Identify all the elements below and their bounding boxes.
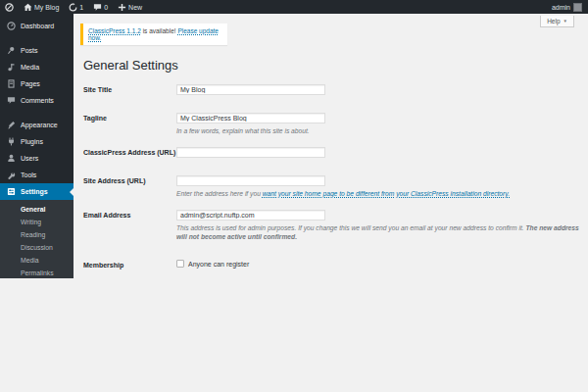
sidebar-label: Comments	[21, 97, 54, 104]
submenu-item-writing[interactable]: Writing	[0, 216, 74, 228]
update-icon	[69, 3, 77, 12]
sidebar-item-dashboard[interactable]: Dashboard	[0, 18, 74, 34]
help-tab[interactable]: Help ▼	[540, 16, 574, 27]
menu-separator	[0, 109, 74, 117]
media-icon	[7, 63, 16, 72]
plugins-icon	[7, 137, 16, 146]
sidebar-item-users[interactable]: Users	[0, 150, 74, 167]
sidebar-label: Media	[21, 64, 39, 71]
submenu-item-reading[interactable]: Reading	[0, 228, 74, 241]
sidebar-label: Users	[21, 155, 38, 162]
account-menu[interactable]: admin	[552, 4, 570, 11]
sidebar-label: Appearance	[21, 122, 58, 128]
chevron-down-icon: ▼	[564, 19, 567, 24]
help-text-part: Enter the address here if you	[176, 190, 263, 197]
site-home-page-link[interactable]: want your site home page to be different…	[263, 190, 510, 197]
classicpress-address-label: ClassicPress Address (URL)	[83, 147, 176, 158]
new-content-menu[interactable]: New	[113, 0, 147, 14]
sidebar-item-appearance[interactable]: Appearance	[0, 117, 74, 133]
site-link[interactable]: My Blog	[19, 0, 64, 14]
plus-icon	[118, 3, 126, 12]
sidebar-item-plugins[interactable]: Plugins	[0, 133, 74, 150]
submenu-item-discussion[interactable]: Discussion	[0, 241, 74, 254]
sidebar-item-media[interactable]: Media	[0, 59, 74, 75]
settings-page: Help ▼ ClassicPress 1.1.2 is available! …	[74, 14, 588, 278]
sidebar-item-tools[interactable]: Tools	[0, 167, 74, 183]
membership-row: Membership Anyone can register	[83, 260, 588, 269]
admin-bar: My Blog 1 0 New admin	[0, 0, 588, 14]
email-address-input[interactable]	[176, 210, 325, 220]
notice-text: is available!	[143, 27, 176, 34]
page-title: General Settings	[83, 58, 588, 73]
classicpress-logo-icon	[5, 3, 14, 12]
help-text-part: This address is used for admin purposes.…	[176, 224, 525, 231]
sidebar-item-settings[interactable]: Settings	[0, 183, 74, 200]
classicpress-address-row: ClassicPress Address (URL)	[83, 147, 588, 158]
sidebar-label: Pages	[21, 80, 40, 87]
site-name: My Blog	[34, 4, 59, 11]
email-address-label: Email Address	[83, 210, 176, 241]
anyone-can-register-label: Anyone can register	[188, 261, 249, 268]
home-icon	[24, 3, 32, 12]
site-address-help-text: Enter the address here if you want your …	[176, 189, 510, 198]
updates-menu[interactable]: 1	[64, 0, 88, 14]
site-title-label: Site Title	[83, 84, 176, 95]
site-address-label: Site Address (URL)	[83, 175, 176, 198]
avatar[interactable]	[573, 3, 582, 12]
sidebar-item-pages[interactable]: Pages	[0, 75, 74, 92]
email-help-text: This address is used for admin purposes.…	[176, 223, 588, 241]
membership-label: Membership	[83, 260, 176, 269]
comments-menu[interactable]: 0	[88, 0, 113, 14]
sidebar-label: Dashboard	[21, 23, 54, 29]
active-item-notch	[66, 188, 74, 196]
email-address-row: Email Address This address is used for a…	[83, 210, 588, 241]
posts-icon	[7, 46, 16, 55]
sidebar-item-comments[interactable]: Comments	[0, 92, 74, 109]
sidebar-label: Posts	[21, 47, 38, 54]
new-label: New	[128, 4, 142, 11]
tools-icon	[7, 171, 16, 179]
sidebar-item-posts[interactable]: Posts	[0, 42, 74, 59]
update-count: 1	[79, 4, 83, 11]
site-address-row: Site Address (URL) Enter the address her…	[83, 175, 588, 198]
appearance-icon	[7, 121, 16, 129]
settings-icon	[7, 187, 16, 196]
comments-icon	[7, 96, 16, 105]
tagline-label: Tagline	[83, 113, 176, 135]
comment-bubble-icon	[93, 3, 102, 12]
admin-sidebar: Dashboard Posts Media Pages Comments	[0, 14, 74, 278]
site-address-input[interactable]	[176, 175, 325, 186]
submenu-item-permalinks[interactable]: Permalinks	[0, 267, 74, 278]
general-settings-form: Site Title Tagline In a few words, expla…	[83, 84, 588, 278]
comment-count: 0	[104, 4, 108, 11]
settings-submenu: General Writing Reading Discussion Media…	[0, 200, 74, 278]
help-label: Help	[547, 18, 560, 24]
classicpress-logo-menu[interactable]	[0, 0, 19, 14]
tagline-help-text: In a few words, explain what this site i…	[176, 126, 325, 135]
classicpress-version-link[interactable]: ClassicPress 1.1.2	[88, 27, 141, 34]
tagline-input[interactable]	[176, 113, 325, 123]
sidebar-label: Tools	[21, 172, 36, 178]
submenu-item-media[interactable]: Media	[0, 254, 74, 267]
sidebar-label: Settings	[21, 188, 48, 195]
site-title-input[interactable]	[176, 84, 325, 95]
classicpress-address-input[interactable]	[176, 147, 325, 158]
pages-icon	[7, 79, 16, 88]
anyone-can-register-checkbox[interactable]	[176, 260, 184, 268]
dashboard-icon	[7, 22, 16, 30]
update-nag-notice: ClassicPress 1.1.2 is available! Please …	[80, 24, 227, 45]
sidebar-label: Plugins	[21, 138, 43, 145]
tagline-row: Tagline In a few words, explain what thi…	[83, 113, 588, 135]
users-icon	[7, 154, 16, 163]
menu-separator	[0, 34, 74, 42]
site-title-row: Site Title	[83, 84, 588, 95]
submenu-item-general[interactable]: General	[0, 203, 74, 216]
